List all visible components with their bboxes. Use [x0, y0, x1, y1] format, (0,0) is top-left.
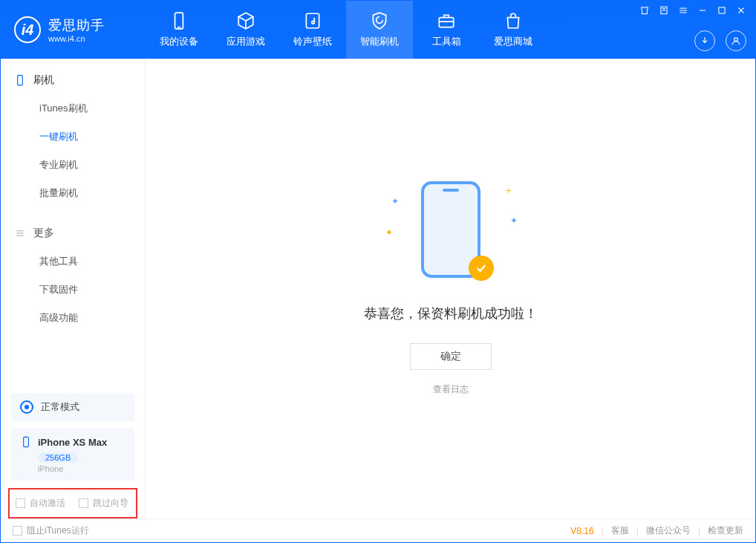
- tab-apps-games[interactable]: 应用游戏: [212, 1, 279, 59]
- footer: 阻止iTunes运行 V8.16 | 客服 | 微信公众号 | 检查更新: [1, 518, 755, 542]
- sidebar-item-other-tools[interactable]: 其他工具: [1, 247, 145, 276]
- app-url: www.i4.cn: [48, 34, 105, 43]
- tab-toolbox[interactable]: 工具箱: [413, 1, 480, 59]
- bag-icon: [504, 11, 523, 30]
- main-content: ✦ ✦ + ✦ 恭喜您，保资料刷机成功啦！ 确定 查看日志: [146, 59, 755, 518]
- tab-label: 铃声壁纸: [293, 35, 332, 48]
- sparkle-icon: +: [506, 186, 511, 196]
- highlighted-checkbox-row: 自动激活 跳过向导: [8, 488, 137, 518]
- phone-icon: [14, 74, 26, 86]
- svg-point-3: [312, 21, 314, 23]
- device-icon: [20, 436, 32, 448]
- checkbox-icon: [16, 498, 25, 508]
- logo-icon: i4: [14, 16, 41, 43]
- maximize-icon[interactable]: [717, 5, 727, 16]
- sidebar-heading-more: 更多: [1, 222, 145, 244]
- header: i4 爱思助手 www.i4.cn 我的设备 应用游戏 铃声壁纸 智能刷机: [1, 1, 755, 59]
- success-message: 恭喜您，保资料刷机成功啦！: [364, 305, 538, 322]
- sidebar-item-advanced[interactable]: 高级功能: [1, 304, 145, 332]
- tab-label: 我的设备: [160, 35, 198, 48]
- close-icon[interactable]: [736, 5, 746, 16]
- tab-my-device[interactable]: 我的设备: [146, 1, 212, 59]
- svg-rect-20: [24, 437, 29, 446]
- sidebar-item-itunes-flash[interactable]: iTunes刷机: [1, 94, 145, 123]
- body: 刷机 iTunes刷机 一键刷机 专业刷机 批量刷机 更多 其他工具 下载固件 …: [1, 59, 755, 518]
- version-label: V8.16: [570, 526, 593, 536]
- app-name: 爱思助手: [48, 16, 105, 34]
- tab-label: 智能刷机: [360, 35, 399, 48]
- logo[interactable]: i4 爱思助手 www.i4.cn: [1, 16, 146, 43]
- sidebar-section-more: 更多 其他工具 下载固件 高级功能: [1, 212, 145, 336]
- user-button[interactable]: [726, 30, 746, 51]
- sidebar-item-oneclick-flash[interactable]: 一键刷机: [1, 123, 145, 151]
- toolbox-icon: [437, 11, 456, 30]
- svg-point-15: [734, 38, 738, 42]
- sidebar-item-batch-flash[interactable]: 批量刷机: [1, 179, 145, 207]
- note-icon[interactable]: [659, 5, 669, 16]
- svg-rect-16: [18, 75, 23, 85]
- tab-label: 应用游戏: [227, 35, 265, 48]
- tab-label: 工具箱: [432, 35, 461, 48]
- footer-link-update[interactable]: 检查更新: [708, 524, 743, 537]
- checkbox-block-itunes[interactable]: 阻止iTunes运行: [13, 524, 89, 537]
- device-card[interactable]: iPhone XS Max 256GB iPhone: [11, 429, 134, 481]
- view-log-link[interactable]: 查看日志: [433, 383, 469, 396]
- user-icon: [731, 36, 741, 46]
- tab-ringtones-wallpapers[interactable]: 铃声壁纸: [279, 1, 346, 59]
- tab-i4-store[interactable]: 爱思商城: [480, 1, 547, 59]
- window-controls: [639, 5, 746, 16]
- device-name: iPhone XS Max: [38, 437, 107, 448]
- device-capacity: 256GB: [38, 452, 78, 463]
- sidebar-bottom: 正常模式 iPhone XS Max 256GB iPhone 自动激活: [1, 386, 145, 518]
- nav-tabs: 我的设备 应用游戏 铃声壁纸 智能刷机 工具箱 爱思商城: [146, 1, 547, 59]
- mode-icon: [20, 400, 33, 414]
- footer-link-support[interactable]: 客服: [611, 524, 629, 537]
- download-button[interactable]: [694, 30, 715, 51]
- checkbox-icon: [13, 526, 22, 536]
- tab-label: 爱思商城: [494, 35, 532, 48]
- music-icon: [303, 11, 322, 30]
- check-badge-icon: [469, 256, 494, 281]
- tshirt-icon[interactable]: [639, 5, 650, 16]
- svg-rect-0: [175, 13, 183, 29]
- sidebar-section-flash: 刷机 iTunes刷机 一键刷机 专业刷机 批量刷机: [1, 59, 145, 212]
- sparkle-icon: ✦: [391, 196, 399, 207]
- footer-link-wechat[interactable]: 微信公众号: [646, 524, 691, 537]
- sparkle-icon: ✦: [385, 227, 393, 238]
- sidebar-heading-flash: 刷机: [1, 69, 145, 91]
- tab-smart-flash[interactable]: 智能刷机: [346, 1, 413, 59]
- device-type: iPhone: [38, 464, 126, 473]
- app-window: i4 爱思助手 www.i4.cn 我的设备 应用游戏 铃声壁纸 智能刷机: [0, 0, 756, 543]
- sparkle-icon: ✦: [510, 215, 518, 226]
- list-icon: [14, 227, 26, 239]
- checkbox-skip-wizard[interactable]: 跳过向导: [79, 497, 128, 510]
- svg-rect-4: [439, 18, 454, 27]
- minimize-icon[interactable]: [697, 5, 708, 16]
- mode-label: 正常模式: [41, 400, 79, 414]
- cube-icon: [236, 11, 255, 30]
- success-illustration: ✦ ✦ + ✦: [384, 181, 518, 285]
- mode-card[interactable]: 正常模式: [11, 393, 134, 421]
- device-icon: [169, 11, 189, 30]
- sidebar-item-pro-flash[interactable]: 专业刷机: [1, 151, 145, 179]
- shield-icon: [370, 11, 389, 30]
- checkbox-icon: [79, 498, 88, 508]
- header-right: [639, 1, 746, 59]
- ok-button[interactable]: 确定: [410, 343, 492, 370]
- svg-rect-12: [719, 7, 725, 13]
- sidebar-item-download-firmware[interactable]: 下载固件: [1, 276, 145, 304]
- checkbox-auto-activate[interactable]: 自动激活: [16, 497, 65, 510]
- download-icon: [700, 36, 710, 46]
- menu-icon[interactable]: [678, 5, 688, 16]
- sidebar: 刷机 iTunes刷机 一键刷机 专业刷机 批量刷机 更多 其他工具 下载固件 …: [1, 59, 146, 518]
